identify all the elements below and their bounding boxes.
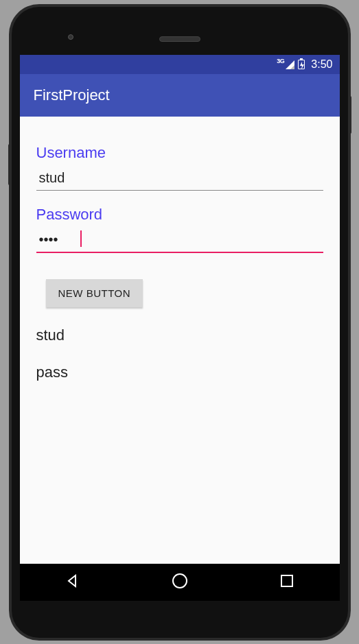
output-line-2: pass xyxy=(36,363,323,381)
phone-top-bezel xyxy=(20,15,340,55)
username-label: Username xyxy=(36,144,323,162)
password-input-wrap xyxy=(36,228,323,253)
back-icon[interactable] xyxy=(65,573,81,592)
home-icon[interactable] xyxy=(171,572,189,593)
svg-rect-1 xyxy=(281,575,292,586)
recent-apps-icon[interactable] xyxy=(279,573,294,591)
text-cursor xyxy=(80,230,82,247)
network-type-label: 3G xyxy=(277,58,284,64)
output-line-1: stud xyxy=(36,326,323,344)
status-bar: 3G 3:50 xyxy=(20,55,340,74)
battery-icon xyxy=(298,60,305,69)
app-title: FirstProject xyxy=(34,86,110,104)
svg-point-0 xyxy=(173,574,187,588)
phone-frame: 3G 3:50 FirstProject Username Password N… xyxy=(12,7,348,638)
phone-side-button-left xyxy=(8,144,12,185)
password-label: Password xyxy=(36,206,323,224)
app-bar: FirstProject xyxy=(20,74,340,117)
username-input[interactable] xyxy=(36,166,323,191)
content-area: Username Password NEW BUTTON stud pass xyxy=(20,117,340,394)
button-row: NEW BUTTON xyxy=(36,279,323,307)
signal-icon xyxy=(286,60,294,69)
phone-camera xyxy=(68,34,73,40)
new-button[interactable]: NEW BUTTON xyxy=(46,279,143,307)
navigation-bar xyxy=(20,564,340,601)
phone-side-button-right xyxy=(348,96,351,134)
password-input[interactable] xyxy=(36,228,323,253)
phone-speaker xyxy=(159,36,200,42)
clock-label: 3:50 xyxy=(311,58,332,71)
screen: 3G 3:50 FirstProject Username Password N… xyxy=(20,55,340,601)
